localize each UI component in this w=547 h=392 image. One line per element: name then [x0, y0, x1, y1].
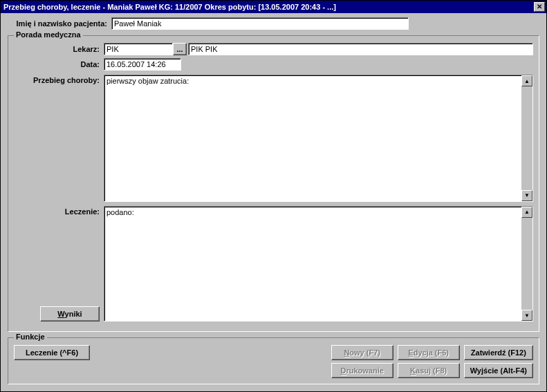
scroll-up-icon[interactable]: ▲: [521, 75, 532, 86]
treatment-scrollbar[interactable]: ▲ ▼: [521, 207, 532, 321]
date-value: 16.05.2007 14:26: [106, 60, 166, 68]
course-label: Przebieg choroby:: [14, 75, 104, 84]
doctor-row: Lekarz: PIK ... PIK PIK: [14, 43, 533, 55]
functions-fieldset: Funkcje Leczenie (^F6) Nowy (F7) Edycja …: [8, 337, 539, 384]
treatment-row: Leczenie: Wyniki podano: ▲ ▼: [14, 206, 533, 321]
patient-name-field: Paweł Maniak: [111, 17, 409, 30]
date-field[interactable]: 16.05.2007 14:26: [104, 58, 181, 71]
form-body: Przebieg choroby: pierwszy objaw zatruci…: [14, 75, 533, 326]
zatwierdz-button[interactable]: Zatwierdź (F12): [464, 345, 533, 360]
results-button[interactable]: Wyniki: [40, 306, 100, 321]
date-label: Data:: [14, 60, 104, 68]
scroll-down-icon[interactable]: ▼: [521, 310, 532, 321]
doctor-lookup-button[interactable]: ...: [173, 43, 187, 55]
patient-name: Paweł Maniak: [114, 19, 161, 28]
doctor-name: PIK PIK: [191, 45, 218, 53]
course-scrollbar[interactable]: ▲ ▼: [521, 75, 532, 201]
treatment-label: Leczenie:: [65, 207, 100, 216]
course-textarea[interactable]: pierwszy objaw zatrucia: ▲ ▼: [104, 75, 533, 202]
doctor-name-field: PIK PIK: [188, 43, 533, 55]
scroll-up-icon[interactable]: ▲: [521, 207, 532, 218]
nowy-button[interactable]: Nowy (F7): [331, 345, 393, 360]
treatment-textarea[interactable]: podano: ▲ ▼: [104, 206, 533, 321]
scroll-down-icon[interactable]: ▼: [521, 190, 532, 201]
edycja-button[interactable]: Edycja (F6): [398, 345, 460, 360]
titlebar: Przebieg choroby, leczenie - Maniak Pawe…: [1, 1, 546, 13]
close-icon[interactable]: ✕: [534, 2, 545, 12]
advice-fieldset: Porada medyczna Lekarz: PIK ... PIK PIK …: [8, 35, 539, 332]
functions-legend: Funkcje: [14, 333, 47, 341]
course-row: Przebieg choroby: pierwszy objaw zatruci…: [14, 75, 533, 202]
doctor-code: PIK: [106, 45, 119, 53]
functions-buttons: Leczenie (^F6) Nowy (F7) Edycja (F6) Zat…: [14, 345, 533, 378]
drukowanie-button[interactable]: Drukowanie: [331, 363, 393, 378]
patient-label: Imię i nazwisko pacjenta:: [8, 19, 111, 28]
date-row: Data: 16.05.2007 14:26: [14, 58, 533, 71]
results-btn-rest: yniki: [65, 310, 82, 318]
kasuj-button[interactable]: Kasuj (F8): [398, 363, 460, 378]
content: Imię i nazwisko pacjenta: Paweł Maniak P…: [1, 13, 546, 391]
course-text: pierwszy objaw zatrucia:: [104, 75, 521, 201]
functions-right: Nowy (F7) Edycja (F6) Zatwierdź (F12) Dr…: [331, 345, 533, 378]
treatment-text: podano:: [104, 207, 521, 321]
doctor-label: Lekarz:: [14, 45, 104, 53]
doctor-code-field[interactable]: PIK: [104, 43, 173, 55]
wyjscie-button[interactable]: Wyjście (Alt-F4): [464, 363, 533, 378]
advice-legend: Porada medyczna: [14, 30, 83, 39]
patient-row: Imię i nazwisko pacjenta: Paweł Maniak: [8, 17, 539, 30]
window: Przebieg choroby, leczenie - Maniak Pawe…: [0, 0, 547, 392]
window-title: Przebieg choroby, leczenie - Maniak Pawe…: [3, 3, 534, 11]
leczenie-button[interactable]: Leczenie (^F6): [14, 345, 90, 360]
